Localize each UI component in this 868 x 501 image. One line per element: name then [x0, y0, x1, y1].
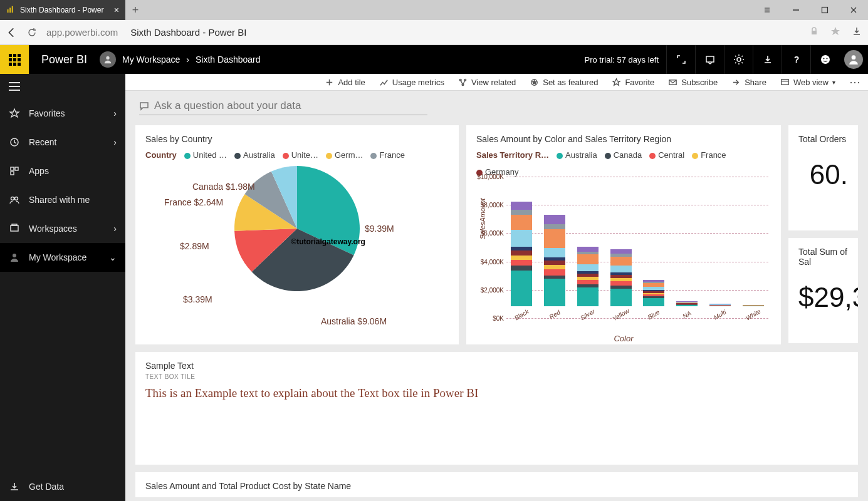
svg-rect-1: [9, 8, 11, 13]
pie-slice-label: $9.39M: [365, 224, 394, 234]
svg-rect-28: [11, 225, 18, 231]
tile-sales-by-state[interactable]: Sales Amount and Total Product Cost by S…: [135, 472, 858, 497]
minimize-icon[interactable]: [782, 0, 810, 20]
nav-icon: [9, 137, 20, 148]
qna-placeholder: Ask a question about your data: [154, 100, 301, 112]
subscribe-button[interactable]: Subscribe: [668, 78, 718, 87]
sidebar-item-shared-with-me[interactable]: Shared with me: [0, 185, 125, 214]
svg-rect-24: [15, 167, 18, 170]
nav-icon: [9, 194, 20, 205]
pie-slice-label: Australia $9.06M: [321, 316, 387, 326]
tile-sales-by-color[interactable]: Sales Amount by Color and Sales Territor…: [466, 125, 781, 344]
nav-icon: [9, 108, 20, 119]
sidebar-item-workspaces[interactable]: Workspaces›: [0, 214, 125, 243]
svg-rect-0: [8, 9, 9, 13]
chevron-right-icon: ›: [113, 108, 117, 118]
tab-close-icon[interactable]: ×: [114, 5, 119, 15]
window-titlebar: Sixth Dashboard - Power × +: [0, 0, 868, 20]
breadcrumb: My Workspace › Sixth Dashboard: [122, 54, 261, 65]
browser-tab[interactable]: Sixth Dashboard - Power ×: [0, 0, 125, 20]
share-button[interactable]: Share: [731, 78, 766, 87]
svg-point-17: [826, 58, 827, 59]
sidebar-item-apps[interactable]: Apps: [0, 157, 125, 185]
notifications-icon[interactable]: [695, 45, 724, 74]
get-data-button[interactable]: Get Data: [0, 472, 125, 501]
tile-title: Total Orders: [798, 134, 848, 144]
brand-label[interactable]: Power BI: [29, 53, 100, 66]
more-options-icon[interactable]: ⋯: [849, 75, 862, 89]
nav-icon: [9, 252, 20, 263]
download-icon[interactable]: [753, 45, 782, 74]
chevron-down-icon: ⌄: [109, 252, 117, 262]
bar-column: Red: [540, 215, 570, 318]
chat-icon: [139, 101, 149, 111]
sidebar-item-my-workspace[interactable]: My Workspace⌄: [0, 243, 125, 272]
svg-rect-7: [822, 8, 828, 13]
reading-view-icon[interactable]: [753, 0, 782, 20]
pie-slice-label: $2.89M: [180, 241, 209, 251]
chevron-down-icon: ▾: [832, 79, 835, 86]
tile-sales-by-country[interactable]: Sales by Country CountryUnited …Australi…: [135, 125, 459, 344]
qna-bar: Ask a question about your data: [125, 91, 868, 121]
fullscreen-icon[interactable]: [666, 45, 695, 74]
trial-status: Pro trial: 57 days left: [585, 55, 667, 65]
tile-text-box[interactable]: Sample Text TEXT BOX TILE This is an Exa…: [135, 352, 858, 465]
tile-total-sum[interactable]: Total Sum of Sal $29,3: [788, 238, 858, 343]
watermark: ©tutorialgateway.org: [291, 237, 365, 246]
pie-chart: ©tutorialgateway.org $9.39MAustralia $9.…: [145, 160, 449, 329]
tab-title: Sixth Dashboard - Power: [20, 6, 103, 14]
add-tile-button[interactable]: Add tile: [325, 78, 365, 87]
set-featured-button[interactable]: Set as featured: [530, 78, 598, 87]
tile-title: Sales by Country: [145, 134, 449, 144]
get-data-label: Get Data: [29, 482, 64, 492]
svg-rect-25: [11, 172, 14, 175]
svg-point-16: [823, 58, 824, 59]
tile-title: Sales Amount and Total Product Cost by S…: [145, 481, 848, 491]
svg-point-18: [852, 55, 856, 59]
svg-point-13: [737, 58, 741, 61]
svg-rect-12: [706, 56, 714, 62]
tile-title: Sales Amount by Color and Sales Territor…: [476, 134, 771, 144]
app-launcher-icon[interactable]: [0, 45, 29, 74]
bar-column: Multi: [705, 304, 736, 318]
back-icon[interactable]: [6, 27, 18, 38]
svg-point-30: [13, 254, 16, 257]
main-content: Add tile Usage metrics View related Set …: [125, 74, 868, 501]
usage-metrics-button[interactable]: Usage metrics: [379, 78, 444, 87]
bar-legend: Sales Territory R…AustraliaCanadaCentral…: [476, 150, 771, 177]
star-icon[interactable]: [830, 26, 840, 39]
powerbi-header: Power BI My Workspace › Sixth Dashboard …: [0, 45, 868, 74]
download-icon[interactable]: [852, 26, 862, 39]
tile-title: Total Sum of Sal: [798, 247, 848, 267]
breadcrumb-dashboard: Sixth Dashboard: [196, 54, 261, 65]
user-avatar[interactable]: [839, 45, 868, 74]
settings-icon[interactable]: [724, 45, 753, 74]
browser-addressbar: app.powerbi.com Sixth Dashboard - Power …: [0, 20, 868, 45]
sidebar-item-favorites[interactable]: Favorites›: [0, 99, 125, 128]
nav-icon: [9, 165, 20, 177]
maximize-icon[interactable]: [810, 0, 839, 20]
hamburger-icon[interactable]: [0, 74, 125, 99]
sidebar-item-recent[interactable]: Recent›: [0, 128, 125, 157]
new-tab-button[interactable]: +: [125, 0, 145, 20]
help-icon[interactable]: ?: [782, 45, 810, 74]
lock-icon: [809, 26, 819, 39]
svg-point-11: [106, 56, 109, 59]
favorite-button[interactable]: Favorite: [612, 78, 654, 87]
bar-column: NA: [672, 301, 703, 318]
url-host[interactable]: app.powerbi.com: [46, 27, 118, 38]
close-icon[interactable]: [839, 0, 868, 20]
sum-value: $29,3: [798, 282, 848, 313]
breadcrumb-workspace[interactable]: My Workspace: [122, 54, 180, 65]
pie-slice-label: France $2.64M: [164, 197, 223, 207]
svg-rect-23: [11, 167, 14, 170]
svg-rect-10: [812, 31, 817, 34]
get-data-icon: [9, 481, 20, 492]
tile-total-orders[interactable]: Total Orders 60.: [788, 125, 858, 230]
web-view-button[interactable]: Web view▾: [780, 78, 835, 87]
refresh-icon[interactable]: [26, 28, 38, 38]
qna-input[interactable]: Ask a question about your data: [139, 97, 427, 115]
feedback-icon[interactable]: [810, 45, 839, 74]
view-related-button[interactable]: View related: [458, 78, 516, 87]
bar-chart: SalesAmount $0K$2,000K$4,000K$6,000K$8,0…: [476, 177, 771, 339]
